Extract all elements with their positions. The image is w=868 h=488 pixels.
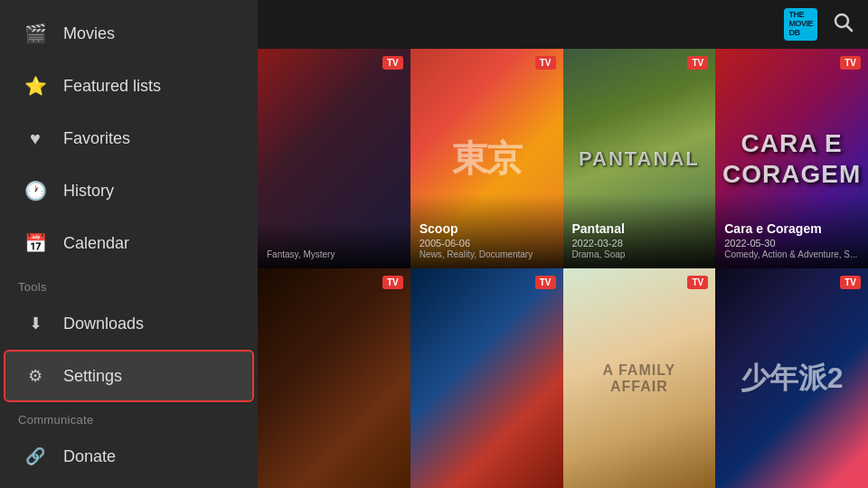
sidebar-item-favorites[interactable]: ♥ Favorites: [5, 114, 252, 163]
grid-item-2[interactable]: 東京 TV Scoop 2005-06-06 News, Reality, Do…: [410, 49, 563, 268]
sidebar-label-featured-lists: Featured lists: [63, 77, 161, 96]
sidebar-item-downloads[interactable]: ⬇ Downloads: [5, 299, 252, 348]
tools-section-label: Tools: [0, 269, 258, 297]
main-content: THEMOVIEDB TV Fantasy, Mystery 東京 T: [258, 0, 868, 488]
sidebar-item-movies[interactable]: 🎬 Movies: [5, 9, 252, 58]
tv-badge-8: TV: [840, 276, 861, 289]
grid-item-genres-1: Fantasy, Mystery: [267, 249, 401, 259]
grid-item-8[interactable]: 少年派2 TV: [715, 268, 868, 488]
donate-icon: 🔗: [24, 445, 47, 468]
poster-overlay-7: A FAMILYAFFAIR: [563, 268, 716, 488]
tv-badge-5: TV: [382, 276, 403, 289]
grid-item-6[interactable]: TV: [410, 268, 563, 488]
movies-icon: 🎬: [24, 22, 47, 45]
grid-item-date-4: 2022-05-30: [724, 238, 859, 249]
sidebar-label-favorites: Favorites: [63, 129, 130, 148]
settings-icon: ⚙: [24, 364, 47, 388]
favorites-icon: ♥: [24, 127, 47, 150]
poster-overlay-8: 少年派2: [715, 268, 868, 488]
grid-item-1[interactable]: TV Fantasy, Mystery: [258, 49, 410, 268]
grid-item-genres-4: Comedy, Action & Adventure, S...: [724, 249, 859, 259]
poster-overlay-6: [410, 268, 563, 488]
grid-item-info-4: Cara e Coragem 2022-05-30 Comedy, Action…: [715, 194, 868, 268]
sidebar-item-history[interactable]: 🕐 History: [5, 166, 252, 215]
grid-item-genres-3: Drama, Soap: [572, 249, 707, 259]
sidebar-label-settings: Settings: [63, 367, 122, 386]
grid-item-genres-2: News, Reality, Documentary: [420, 249, 554, 259]
sidebar-item-donate[interactable]: 🔗 Donate: [5, 432, 252, 481]
sidebar-item-featured-lists[interactable]: ⭐ Featured lists: [5, 61, 252, 110]
top-bar: THEMOVIEDB: [258, 0, 868, 49]
tv-badge-3: TV: [687, 56, 708, 70]
sidebar-label-movies: Movies: [63, 24, 115, 43]
tv-badge-4: TV: [840, 56, 861, 70]
grid-item-5[interactable]: TV: [258, 268, 410, 488]
history-icon: 🕐: [24, 179, 47, 202]
tv-badge-6: TV: [535, 276, 556, 289]
sidebar-label-calendar: Calendar: [63, 234, 129, 253]
grid-item-info-2: Scoop 2005-06-06 News, Reality, Document…: [410, 194, 563, 268]
grid-item-7[interactable]: A FAMILYAFFAIR TV: [563, 268, 716, 488]
svg-line-1: [847, 26, 853, 32]
tv-badge-2: TV: [535, 56, 556, 70]
communicate-section-label: Communicate: [0, 402, 258, 430]
grid-item-3[interactable]: PANTANAL TV Pantanal 2022-03-28 Drama, S…: [563, 49, 716, 268]
grid-item-date-3: 2022-03-28: [572, 238, 707, 249]
tmdb-logo: THEMOVIEDB: [784, 8, 817, 41]
content-grid: TV Fantasy, Mystery 東京 TV Scoop 2005-06-…: [258, 49, 868, 488]
sidebar-label-donate: Donate: [63, 447, 116, 466]
sidebar-label-downloads: Downloads: [63, 314, 144, 333]
poster-overlay-5: [258, 268, 410, 488]
grid-item-date-2: 2005-06-06: [420, 238, 554, 249]
grid-item-4[interactable]: CARA ECORAGEM TV Cara e Coragem 2022-05-…: [715, 49, 868, 268]
grid-item-title-2: Scoop: [420, 221, 554, 236]
sidebar-item-calendar[interactable]: 📅 Calendar: [5, 219, 252, 267]
grid-item-title-4: Cara e Coragem: [724, 221, 859, 236]
featured-lists-icon: ⭐: [24, 74, 47, 98]
downloads-icon: ⬇: [24, 312, 47, 335]
tv-badge-1: TV: [382, 56, 403, 70]
tv-badge-7: TV: [687, 276, 708, 289]
grid-item-info-3: Pantanal 2022-03-28 Drama, Soap: [563, 194, 716, 268]
sidebar-item-settings[interactable]: ⚙ Settings: [5, 352, 252, 400]
sidebar-item-share[interactable]: ◀ Share: [5, 484, 252, 488]
tmdb-logo-text: THEMOVIEDB: [784, 8, 817, 41]
grid-item-info-1: Fantasy, Mystery: [258, 222, 410, 268]
search-button[interactable]: [832, 11, 854, 38]
sidebar-label-history: History: [63, 182, 114, 201]
calendar-icon: 📅: [24, 231, 47, 255]
sidebar: 🎬 Movies ⭐ Featured lists ♥ Favorites 🕐 …: [0, 0, 258, 488]
grid-item-title-3: Pantanal: [572, 221, 707, 236]
